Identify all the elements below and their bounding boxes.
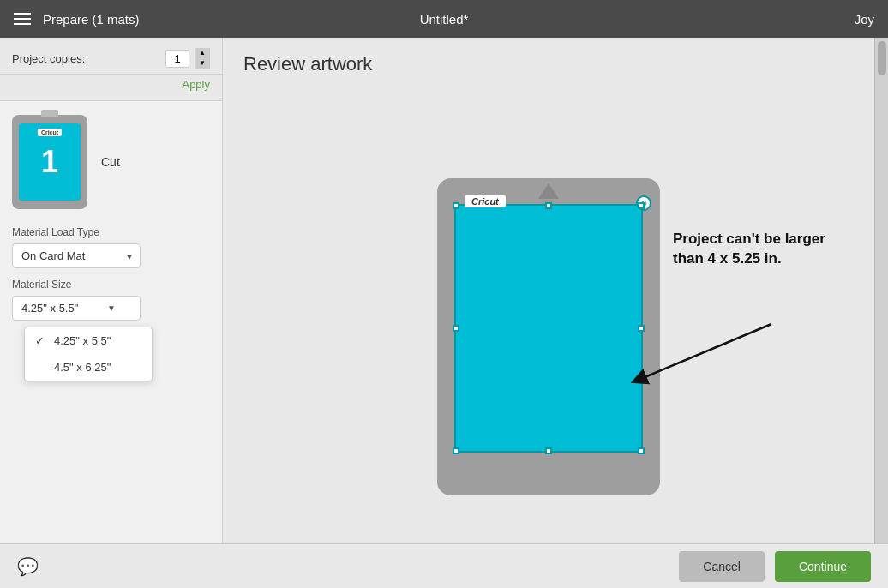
cancel-button[interactable]: Cancel <box>679 551 765 582</box>
chat-icon[interactable]: 💬 <box>17 556 39 577</box>
right-scrollbar <box>874 38 888 588</box>
bottom-actions: Cancel Continue <box>679 551 871 582</box>
mat-thumb-inner: Cricut 1 <box>19 123 81 201</box>
mat-card-area: Cricut ↻ <box>454 204 643 453</box>
topbar-title: Prepare (1 mats) <box>43 12 140 27</box>
handle-tl[interactable] <box>453 202 459 209</box>
apply-row: Apply <box>0 75 222 101</box>
material-size-section: Material Size 4.25" x 5.5" ▼ ✓ 4.25" x 5… <box>0 275 222 324</box>
project-copies-row: Project copies: 1 ▲ ▼ <box>0 38 222 75</box>
topbar: Prepare (1 mats) Untitled* Joy <box>0 0 888 38</box>
handle-br[interactable] <box>638 447 645 454</box>
mat-visual-wrapper: Cricut ↻ Project can <box>437 178 660 495</box>
material-load-label: Material Load Type <box>12 226 210 238</box>
right-content: Review artwork Cricut ↻ <box>223 38 874 588</box>
material-load-section: Material Load Type On Card Mat ▼ <box>0 219 222 275</box>
handle-tm[interactable] <box>545 202 552 209</box>
size-dropdown-arrow-icon: ▼ <box>107 303 116 313</box>
size-checkmark-2 <box>35 361 47 374</box>
size-dropdown-popup: ✓ 4.25" x 5.5" 4.5" x 6.25" <box>24 327 153 381</box>
right-layout: Review artwork Cricut ↻ <box>223 38 888 588</box>
size-option-1[interactable]: ✓ 4.25" x 5.5" <box>25 327 152 354</box>
mat-visual: Cricut ↻ <box>437 178 660 495</box>
mat-thumbnail-area: Cricut 1 Cut <box>0 101 222 219</box>
continue-button[interactable]: Continue <box>775 551 871 582</box>
apply-button[interactable]: Apply <box>182 78 210 91</box>
cricut-logo-bar: Cricut <box>465 195 506 207</box>
handle-mr[interactable] <box>638 325 645 332</box>
material-size-label: Material Size <box>12 279 210 291</box>
material-load-dropdown[interactable]: On Card Mat <box>12 243 141 268</box>
mat-thumb-top <box>41 110 58 117</box>
copies-down-button[interactable]: ▼ <box>195 58 210 69</box>
size-selected-value: 4.25" x 5.5" <box>21 302 78 315</box>
cut-label: Cut <box>101 155 120 169</box>
scroll-thumb[interactable] <box>878 41 886 75</box>
material-load-dropdown-wrap: On Card Mat ▼ <box>12 243 141 268</box>
annotation-text: Project can't be larger than 4 x 5.25 in… <box>673 230 831 269</box>
menu-icon[interactable] <box>14 13 31 25</box>
canvas-area: Cricut ↻ Project can <box>223 86 874 588</box>
handle-bl[interactable] <box>453 447 459 454</box>
copies-up-button[interactable]: ▲ <box>195 48 210 58</box>
size-checkmark-1: ✓ <box>35 334 47 347</box>
material-size-dropdown[interactable]: 4.25" x 5.5" ▼ <box>12 296 141 321</box>
mat-top-arrow-icon <box>538 183 559 199</box>
copies-input-wrap: 1 ▲ ▼ <box>165 48 210 69</box>
topbar-user: Joy <box>855 12 874 27</box>
handle-ml[interactable] <box>453 325 459 332</box>
mat-thumbnail: Cricut 1 <box>12 115 87 209</box>
handle-bm[interactable] <box>545 447 552 454</box>
copies-arrows: ▲ ▼ <box>195 48 210 69</box>
handle-tr[interactable] <box>638 202 645 209</box>
left-panel: Project copies: 1 ▲ ▼ Apply Cricut 1 Cut <box>0 38 223 588</box>
size-option-label-1: 4.25" x 5.5" <box>54 334 111 347</box>
cricut-label-thumb: Cricut <box>38 129 62 136</box>
project-copies-label: Project copies: <box>12 52 165 65</box>
topbar-center-title: Untitled* <box>420 12 469 27</box>
size-option-label-2: 4.5" x 6.25" <box>54 361 111 374</box>
size-option-2[interactable]: 4.5" x 6.25" <box>25 354 152 381</box>
bottom-bar: 💬 Cancel Continue <box>0 543 888 588</box>
copies-number: 1 <box>165 50 189 68</box>
review-artwork-header: Review artwork <box>223 38 874 86</box>
